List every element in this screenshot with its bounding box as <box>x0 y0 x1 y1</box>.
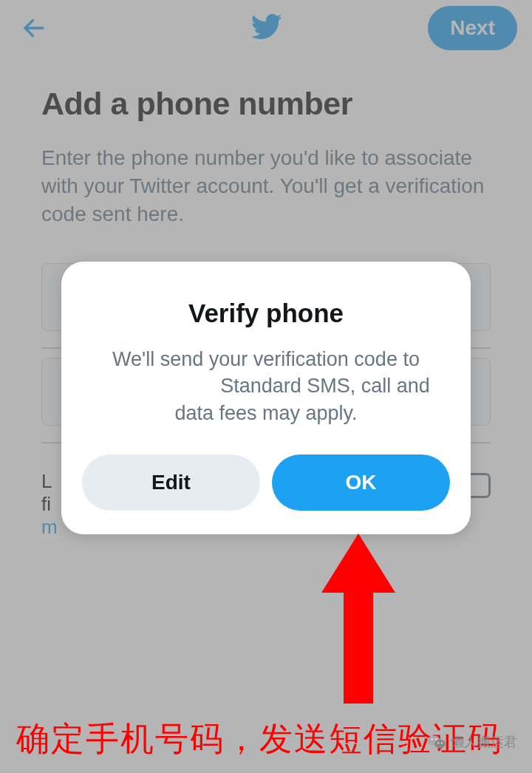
svg-point-6 <box>437 742 439 743</box>
watermark: 懒人搬运君 <box>427 733 517 751</box>
svg-marker-1 <box>321 534 395 704</box>
verify-phone-modal: Verify phone We'll send your verificatio… <box>61 262 471 534</box>
red-arrow-annotation <box>318 534 399 706</box>
modal-body: We'll send your verification code to Sta… <box>82 346 450 426</box>
svg-point-7 <box>441 742 443 743</box>
modal-title: Verify phone <box>82 299 450 328</box>
svg-point-3 <box>434 740 446 749</box>
ok-button[interactable]: OK <box>272 454 450 511</box>
wechat-icon <box>427 734 446 750</box>
svg-point-5 <box>435 738 437 740</box>
watermark-text: 懒人搬运君 <box>451 733 517 751</box>
svg-point-4 <box>431 738 432 740</box>
edit-button[interactable]: Edit <box>82 454 260 511</box>
